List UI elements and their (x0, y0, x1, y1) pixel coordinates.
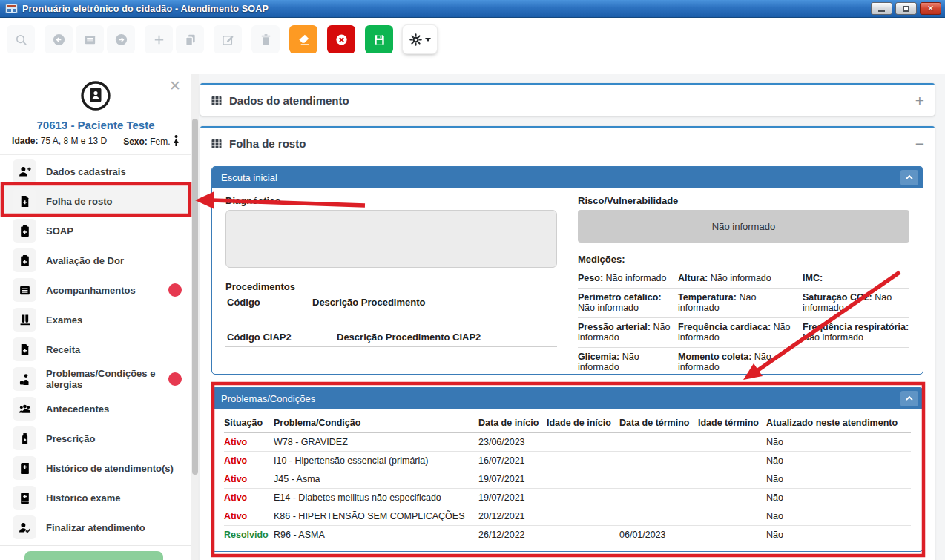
escuta-right-column: Risco/Vulnerabilidade Não informado Medi… (578, 195, 909, 375)
section-title: Problemas/Condições (221, 393, 315, 404)
clear-button[interactable] (289, 25, 317, 53)
application-window: Prontuário eletrônico do cidadão - Atend… (0, 0, 945, 560)
cancel-button[interactable] (327, 25, 355, 53)
sidebar-item-avaliacao-de-dor[interactable]: Avaliação de Dor (0, 246, 191, 275)
risco-value-box: Não informado (578, 210, 909, 243)
close-panel-icon[interactable]: ✕ (169, 79, 181, 93)
dados-atendimento-panel: Dados do atendimento + (200, 83, 935, 116)
scrollbar-thumb[interactable] (192, 119, 198, 475)
eraser-icon (297, 33, 311, 47)
sidebar-item-antecedentes[interactable]: Antecedentes (0, 394, 191, 424)
medicoes-label: Medições: (578, 254, 909, 269)
notification-badge (168, 283, 182, 297)
ciap2-table-header: Código CIAP2 Descrição Procedimento CIAP… (225, 329, 557, 347)
sidebar-item-receita[interactable]: Receita (0, 335, 191, 364)
sidebar-item-historico-exame[interactable]: Histórico exame (0, 483, 191, 513)
copy-button[interactable] (176, 25, 204, 53)
minimize-icon (878, 10, 885, 12)
panel-title: Dados do atendimento (229, 94, 349, 107)
expand-panel-button[interactable]: + (915, 93, 924, 108)
sidebar-item-prescricao[interactable]: Prescrição (0, 424, 191, 453)
app-icon (5, 4, 18, 13)
maximize-button[interactable] (895, 2, 917, 15)
clipboard-plus-icon (13, 248, 36, 272)
settings-button[interactable] (403, 25, 437, 53)
main-content: Dados do atendimento + Folha de rosto − … (199, 74, 945, 560)
sidebar-item-soap[interactable]: SOAP (0, 216, 191, 246)
close-icon: ✕ (927, 4, 934, 13)
table-row[interactable]: Ativo I10 - Hipertensão essencial (primá… (224, 452, 911, 470)
procedimentos-label: Procedimentos (225, 281, 557, 292)
maximize-icon (903, 6, 909, 12)
patient-header: ✕ 70613 - Paciente Teste Idade: 75 A, 8 … (0, 74, 191, 147)
edit-icon (221, 33, 235, 47)
list-records-button[interactable] (76, 25, 104, 53)
status-badge: Ativo (224, 474, 274, 484)
clipboard-plus-icon (13, 219, 36, 243)
problemas-table: Situação Problema/Condição Data de iníci… (212, 409, 923, 544)
person-check-icon (13, 515, 36, 539)
diagnostico-textarea[interactable] (225, 210, 557, 268)
medicoes-row: Peso: Não informado Altura: Não informad… (578, 269, 909, 289)
add-button[interactable] (145, 25, 173, 53)
table-row[interactable]: Resolvido R96 - ASMA 26/12/2022 06/01/20… (224, 526, 911, 544)
table-row[interactable]: Ativo J45 - Asma 19/07/2021 Não (224, 470, 911, 489)
patient-name: 70613 - Paciente Teste (0, 119, 191, 131)
table-row[interactable]: Ativo K86 - HIPERTENSÃO SEM COMPLICAÇÕES… (224, 507, 911, 526)
window-title: Prontuário eletrônico do cidadão - Atend… (22, 4, 269, 14)
arrow-left-circle-icon (52, 33, 66, 47)
problemas-table-header-row: Situação Problema/Condição Data de iníci… (224, 412, 911, 433)
sidebar-item-acompanhamentos[interactable]: Acompanhamentos (0, 275, 191, 305)
vertical-scrollbar[interactable] (191, 74, 199, 560)
sidebar-item-folha-de-rosto[interactable]: Folha de rosto (0, 186, 191, 216)
medical-person-icon (13, 367, 36, 391)
sidebar-item-finalizar-atendimento[interactable]: Finalizar atendimento (0, 513, 191, 542)
sidebar-footer (0, 545, 191, 560)
save-button[interactable] (365, 25, 393, 53)
test-tubes-icon (13, 308, 36, 332)
status-badge: Ativo (224, 455, 274, 466)
chevron-up-icon (905, 173, 914, 182)
escuta-left-column: Diagnóstico Procedimentos Código Descriç… (225, 195, 557, 375)
female-icon (173, 135, 180, 146)
chevron-up-icon (905, 394, 914, 403)
status-badge: Ativo (224, 437, 274, 447)
cancel-circle-icon (335, 33, 349, 47)
sidebar-item-historico-de-atendimentos[interactable]: Histórico de atendimento(s) (0, 453, 191, 483)
sidebar-item-exames[interactable]: Exames (0, 305, 191, 335)
problemas-condicoes-header: Problemas/Condições (212, 388, 923, 409)
collapse-panel-button[interactable]: − (915, 136, 924, 151)
person-plus-icon (13, 159, 36, 183)
previous-button[interactable] (45, 25, 73, 53)
sidebar-item-dados-cadastrais[interactable]: Dados cadastrais (0, 157, 191, 186)
collapse-section-button[interactable] (900, 170, 918, 185)
gear-icon (409, 33, 423, 47)
edit-button[interactable] (214, 25, 242, 53)
list-icon (13, 278, 36, 302)
file-plus-icon (13, 337, 36, 361)
escuta-inicial-section: Escuta inicial Diagnóstico Procedimentos… (211, 166, 923, 375)
risco-label: Risco/Vulnerabilidade (578, 195, 909, 206)
table-row[interactable]: Ativo W78 - GRAVIDEZ 23/06/2023 Não (224, 433, 911, 452)
sidebar-bottom-button[interactable] (24, 551, 163, 560)
diagnostico-label: Diagnóstico (225, 195, 557, 206)
minimize-button[interactable] (871, 2, 892, 15)
status-badge: Ativo (224, 493, 274, 503)
people-icon (13, 397, 36, 421)
book-plus-icon (13, 486, 36, 510)
collapse-section-button[interactable] (900, 391, 918, 406)
delete-button[interactable] (251, 25, 280, 53)
medicine-bottle-icon (13, 426, 36, 450)
table-row[interactable]: Ativo E14 - Diabetes mellitus não especi… (224, 489, 911, 507)
sidebar-item-problemas-condicoes-alergias[interactable]: Problemas/Condições e alergias (0, 364, 191, 394)
medicoes-row: Glicemia: Não informado Momento coleta: … (578, 348, 909, 375)
copy-icon (183, 33, 197, 47)
arrow-right-circle-icon (114, 33, 128, 47)
list-icon (83, 33, 97, 47)
search-button[interactable] (7, 25, 35, 53)
next-button[interactable] (107, 25, 135, 53)
caret-down-icon (425, 38, 431, 42)
close-button[interactable]: ✕ (920, 2, 941, 15)
toolbar (0, 18, 945, 74)
patient-sex: Sexo: Fem. (123, 135, 180, 147)
